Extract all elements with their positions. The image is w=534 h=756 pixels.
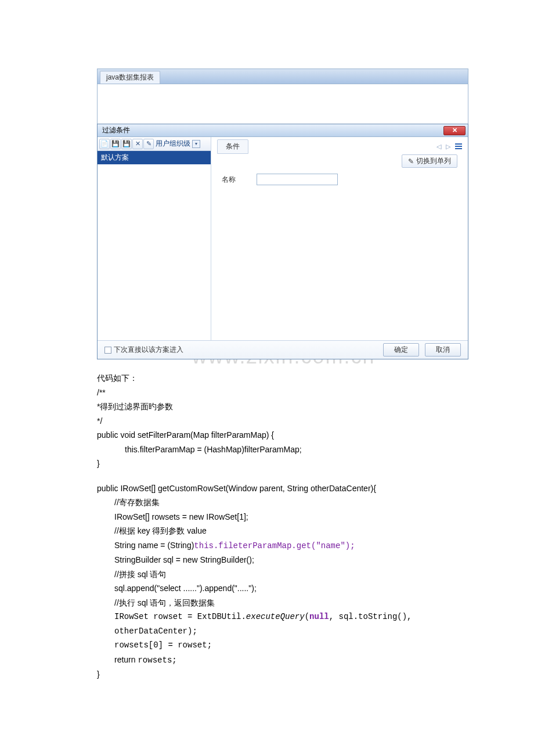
code-highlight: this.fileterParamMap.get("name"); <box>194 541 355 550</box>
code-line: public void setFilterParam(Map filterPar… <box>97 428 470 442</box>
code-line: } <box>97 456 470 471</box>
code-text: return <box>114 655 138 664</box>
list-icon[interactable] <box>455 143 462 149</box>
switch-single-column-button[interactable]: ✎ 切换到单列 <box>402 154 457 168</box>
code-line: StringBuilder sql = new StringBuilder(); <box>97 553 470 567</box>
code-line: //根据 key 得到参数 value <box>97 524 470 538</box>
code-keyword: null <box>309 612 329 621</box>
code-line: //寄存数据集 <box>97 495 470 510</box>
code-text: IRowSet rowset = ExtDBUtil. <box>114 612 246 621</box>
checkbox-label: 下次直接以该方案进入 <box>114 345 183 355</box>
form-row-name: 名称 <box>222 174 457 185</box>
code-line: return rowsets; <box>97 653 470 668</box>
code-line: //执行 sql 语句，返回数据集 <box>97 596 470 610</box>
next-icon[interactable]: ▷ <box>446 143 450 150</box>
filter-dialog: 过滤条件 ✕ 📄 💾 💾 ✕ ✎ 用户组织级 ▾ 默认方案 <box>97 124 468 359</box>
code-line: otherDataCenter); <box>97 624 470 639</box>
footer-buttons: 确定 取消 <box>383 343 461 357</box>
code-text: ( <box>305 612 309 621</box>
dialog-titlebar: 过滤条件 ✕ <box>98 124 468 137</box>
save-as-icon[interactable]: 💾 <box>121 139 132 149</box>
edit-icon[interactable]: ✎ <box>143 139 154 149</box>
name-input[interactable] <box>257 174 338 185</box>
scheme-toolbar: 📄 💾 💾 ✕ ✎ 用户组织级 ▾ <box>98 137 211 151</box>
code-line: //拼接 sql 语句 <box>97 567 470 582</box>
scheme-item-default[interactable]: 默认方案 <box>98 151 211 164</box>
code-fn: executeQuery <box>246 612 305 621</box>
code-line: */ <box>97 414 470 429</box>
nav-icons: ◁ ▷ <box>436 143 462 150</box>
code-line: IRowSet rowset = ExtDBUtil.executeQuery(… <box>97 610 470 624</box>
switch-button-label: 切换到单列 <box>416 156 451 166</box>
close-icon: ✕ <box>452 127 457 134</box>
pencil-icon: ✎ <box>408 157 414 165</box>
dialog-footer: 下次直接以该方案进入 确定 取消 <box>98 340 468 359</box>
right-pane: 条件 ◁ ▷ ✎ 切换到单列 名称 <box>211 137 468 340</box>
enter-with-scheme-checkbox[interactable]: 下次直接以该方案进入 <box>104 345 183 355</box>
condition-form: 名称 <box>211 169 468 340</box>
code-line: /** <box>97 386 470 400</box>
cancel-button[interactable]: 取消 <box>425 343 461 357</box>
checkbox-icon <box>104 347 111 354</box>
left-pane: 📄 💾 💾 ✕ ✎ 用户组织级 ▾ 默认方案 <box>98 137 211 340</box>
code-text: String name = (String) <box>114 541 194 550</box>
scheme-list: 默认方案 <box>98 151 211 340</box>
code-intro: 代码如下： <box>97 371 470 386</box>
switch-row: ✎ 切换到单列 <box>211 153 468 169</box>
code-line: this.filterParamMap = (HashMap)filterPar… <box>97 442 470 457</box>
code-line: IRowSet[] rowsets = new IRowSet[1]; <box>97 510 470 524</box>
code-line: } <box>97 667 470 682</box>
code-line: sql.append("select ......").append("....… <box>97 581 470 596</box>
close-button[interactable]: ✕ <box>443 126 466 135</box>
prev-icon[interactable]: ◁ <box>436 143 441 150</box>
code-line: rowsets[0] = rowset; <box>97 638 470 653</box>
dialog-body: 📄 💾 💾 ✕ ✎ 用户组织级 ▾ 默认方案 条件 ◁ <box>98 137 468 340</box>
tab-java-dataset-report[interactable]: java数据集报表 <box>100 71 160 84</box>
code-line: *得到过滤界面旳参数 <box>97 399 470 414</box>
dialog-title: 过滤条件 <box>102 125 130 135</box>
code-line: public IRowSet[] getCustomRowSet(Window … <box>97 481 470 496</box>
delete-icon[interactable]: ✕ <box>132 139 143 149</box>
code-block: 代码如下： /** *得到过滤界面旳参数 */ public void setF… <box>97 371 470 682</box>
condition-tabstrip: 条件 ◁ ▷ <box>211 137 468 153</box>
code-text: , sql.toString(), <box>329 612 412 621</box>
code-line: String name = (String)this.fileterParamM… <box>97 538 470 553</box>
app-tabstrip: java数据集报表 <box>98 69 468 84</box>
save-icon[interactable]: 💾 <box>110 139 121 149</box>
app-window: java数据集报表 <box>97 69 468 124</box>
org-level-label: 用户组织级 <box>154 139 192 149</box>
org-level-dropdown[interactable]: ▾ <box>192 140 200 148</box>
blank-line <box>97 471 470 481</box>
tab-condition[interactable]: 条件 <box>217 139 248 154</box>
code-text: rowsets; <box>138 656 176 665</box>
new-icon[interactable]: 📄 <box>99 139 110 149</box>
name-label: 名称 <box>222 175 250 185</box>
app-body-blank <box>98 84 468 124</box>
ok-button[interactable]: 确定 <box>383 343 419 357</box>
